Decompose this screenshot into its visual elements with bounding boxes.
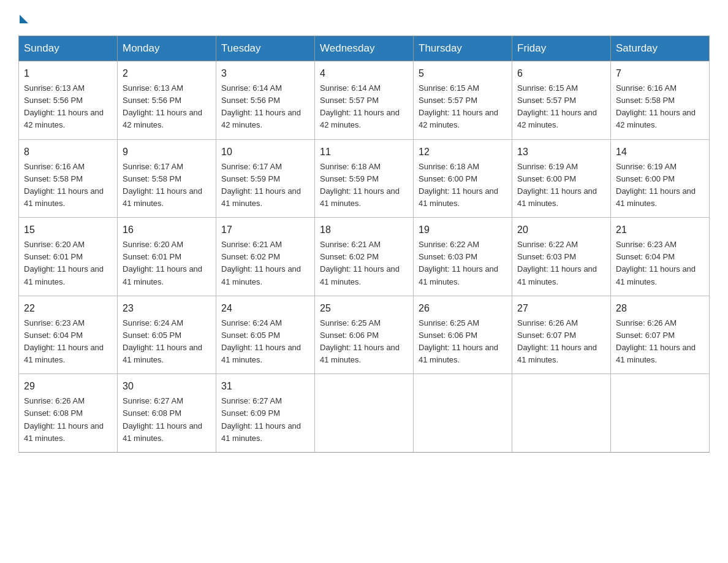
calendar-day-cell: 7 Sunrise: 6:16 AMSunset: 5:58 PMDayligh… (611, 61, 710, 140)
day-info: Sunrise: 6:25 AMSunset: 6:06 PMDaylight:… (320, 317, 408, 367)
day-info: Sunrise: 6:14 AMSunset: 5:56 PMDaylight:… (221, 82, 309, 132)
calendar-header-wednesday: Wednesday (315, 36, 414, 61)
calendar-header-saturday: Saturday (611, 36, 710, 61)
day-info: Sunrise: 6:21 AMSunset: 6:02 PMDaylight:… (221, 239, 309, 288)
calendar-day-cell: 11 Sunrise: 6:18 AMSunset: 5:59 PMDaylig… (315, 139, 414, 218)
day-number: 16 (123, 223, 211, 237)
day-info: Sunrise: 6:15 AMSunset: 5:57 PMDaylight:… (517, 82, 605, 132)
day-info: Sunrise: 6:17 AMSunset: 5:59 PMDaylight:… (221, 161, 309, 210)
calendar-header-tuesday: Tuesday (216, 36, 315, 61)
day-number: 10 (221, 145, 309, 159)
calendar-week-row: 1 Sunrise: 6:13 AMSunset: 5:56 PMDayligh… (19, 61, 710, 140)
day-info: Sunrise: 6:18 AMSunset: 6:00 PMDaylight:… (419, 161, 507, 210)
day-number: 11 (320, 145, 408, 159)
day-number: 6 (517, 66, 605, 81)
logo (18, 12, 28, 23)
calendar-week-row: 8 Sunrise: 6:16 AMSunset: 5:58 PMDayligh… (19, 139, 710, 218)
day-info: Sunrise: 6:17 AMSunset: 5:58 PMDaylight:… (123, 161, 211, 210)
day-number: 17 (221, 223, 309, 237)
day-info: Sunrise: 6:13 AMSunset: 5:56 PMDaylight:… (24, 82, 112, 132)
day-number: 14 (616, 145, 704, 159)
day-number: 18 (320, 223, 408, 237)
calendar-day-cell: 27 Sunrise: 6:26 AMSunset: 6:07 PMDaylig… (512, 296, 611, 374)
day-info: Sunrise: 6:19 AMSunset: 6:00 PMDaylight:… (616, 161, 704, 210)
day-number: 26 (419, 301, 507, 316)
calendar-header-thursday: Thursday (414, 36, 512, 61)
day-info: Sunrise: 6:25 AMSunset: 6:06 PMDaylight:… (419, 317, 507, 367)
day-info: Sunrise: 6:22 AMSunset: 6:03 PMDaylight:… (517, 239, 605, 288)
calendar-day-cell (611, 374, 710, 453)
day-info: Sunrise: 6:26 AMSunset: 6:07 PMDaylight:… (517, 317, 605, 367)
calendar-week-row: 15 Sunrise: 6:20 AMSunset: 6:01 PMDaylig… (19, 218, 710, 296)
day-number: 31 (221, 379, 309, 394)
calendar-header-friday: Friday (512, 36, 611, 61)
day-info: Sunrise: 6:27 AMSunset: 6:09 PMDaylight:… (221, 395, 309, 445)
calendar-day-cell (414, 374, 512, 453)
calendar-day-cell (315, 374, 414, 453)
day-info: Sunrise: 6:15 AMSunset: 5:57 PMDaylight:… (419, 82, 507, 132)
day-info: Sunrise: 6:26 AMSunset: 6:08 PMDaylight:… (24, 395, 112, 445)
calendar-day-cell: 8 Sunrise: 6:16 AMSunset: 5:58 PMDayligh… (19, 139, 118, 218)
calendar-day-cell: 24 Sunrise: 6:24 AMSunset: 6:05 PMDaylig… (216, 296, 315, 374)
calendar-day-cell: 12 Sunrise: 6:18 AMSunset: 6:00 PMDaylig… (414, 139, 512, 218)
day-number: 4 (320, 66, 408, 81)
calendar-header-monday: Monday (118, 36, 216, 61)
calendar-day-cell: 3 Sunrise: 6:14 AMSunset: 5:56 PMDayligh… (216, 61, 315, 140)
day-number: 29 (24, 379, 112, 394)
day-info: Sunrise: 6:21 AMSunset: 6:02 PMDaylight:… (320, 239, 408, 288)
calendar-day-cell: 30 Sunrise: 6:27 AMSunset: 6:08 PMDaylig… (118, 374, 216, 453)
day-number: 20 (517, 223, 605, 237)
day-number: 2 (123, 66, 211, 81)
calendar-day-cell: 26 Sunrise: 6:25 AMSunset: 6:06 PMDaylig… (414, 296, 512, 374)
day-number: 8 (24, 145, 112, 159)
day-number: 25 (320, 301, 408, 316)
day-number: 12 (419, 145, 507, 159)
calendar-day-cell: 9 Sunrise: 6:17 AMSunset: 5:58 PMDayligh… (118, 139, 216, 218)
day-number: 5 (419, 66, 507, 81)
calendar-day-cell: 16 Sunrise: 6:20 AMSunset: 6:01 PMDaylig… (118, 218, 216, 296)
day-number: 30 (123, 379, 211, 394)
day-info: Sunrise: 6:20 AMSunset: 6:01 PMDaylight:… (24, 239, 112, 288)
calendar-day-cell: 10 Sunrise: 6:17 AMSunset: 5:59 PMDaylig… (216, 139, 315, 218)
day-number: 22 (24, 301, 112, 316)
calendar-header-sunday: Sunday (19, 36, 118, 61)
calendar-week-row: 29 Sunrise: 6:26 AMSunset: 6:08 PMDaylig… (19, 374, 710, 453)
page-header (18, 12, 710, 23)
calendar-day-cell: 21 Sunrise: 6:23 AMSunset: 6:04 PMDaylig… (611, 218, 710, 296)
calendar-day-cell: 31 Sunrise: 6:27 AMSunset: 6:09 PMDaylig… (216, 374, 315, 453)
day-info: Sunrise: 6:19 AMSunset: 6:00 PMDaylight:… (517, 161, 605, 210)
day-number: 21 (616, 223, 704, 237)
calendar-day-cell: 22 Sunrise: 6:23 AMSunset: 6:04 PMDaylig… (19, 296, 118, 374)
calendar-day-cell: 1 Sunrise: 6:13 AMSunset: 5:56 PMDayligh… (19, 61, 118, 140)
calendar-day-cell: 25 Sunrise: 6:25 AMSunset: 6:06 PMDaylig… (315, 296, 414, 374)
calendar-header-row: SundayMondayTuesdayWednesdayThursdayFrid… (19, 36, 710, 61)
calendar-day-cell: 4 Sunrise: 6:14 AMSunset: 5:57 PMDayligh… (315, 61, 414, 140)
day-info: Sunrise: 6:26 AMSunset: 6:07 PMDaylight:… (616, 317, 704, 367)
day-number: 23 (123, 301, 211, 316)
day-number: 3 (221, 66, 309, 81)
calendar-day-cell: 6 Sunrise: 6:15 AMSunset: 5:57 PMDayligh… (512, 61, 611, 140)
day-info: Sunrise: 6:22 AMSunset: 6:03 PMDaylight:… (419, 239, 507, 288)
day-number: 7 (616, 66, 704, 81)
day-info: Sunrise: 6:24 AMSunset: 6:05 PMDaylight:… (221, 317, 309, 367)
logo-arrow-icon (20, 15, 28, 23)
day-info: Sunrise: 6:14 AMSunset: 5:57 PMDaylight:… (320, 82, 408, 132)
calendar-table: SundayMondayTuesdayWednesdayThursdayFrid… (18, 36, 710, 453)
calendar-week-row: 22 Sunrise: 6:23 AMSunset: 6:04 PMDaylig… (19, 296, 710, 374)
day-info: Sunrise: 6:23 AMSunset: 6:04 PMDaylight:… (616, 239, 704, 288)
calendar-day-cell: 18 Sunrise: 6:21 AMSunset: 6:02 PMDaylig… (315, 218, 414, 296)
day-info: Sunrise: 6:16 AMSunset: 5:58 PMDaylight:… (24, 161, 112, 210)
day-info: Sunrise: 6:23 AMSunset: 6:04 PMDaylight:… (24, 317, 112, 367)
day-info: Sunrise: 6:24 AMSunset: 6:05 PMDaylight:… (123, 317, 211, 367)
day-number: 13 (517, 145, 605, 159)
calendar-day-cell: 2 Sunrise: 6:13 AMSunset: 5:56 PMDayligh… (118, 61, 216, 140)
calendar-day-cell: 28 Sunrise: 6:26 AMSunset: 6:07 PMDaylig… (611, 296, 710, 374)
calendar-day-cell: 13 Sunrise: 6:19 AMSunset: 6:00 PMDaylig… (512, 139, 611, 218)
calendar-day-cell (512, 374, 611, 453)
day-number: 19 (419, 223, 507, 237)
day-number: 28 (616, 301, 704, 316)
day-info: Sunrise: 6:27 AMSunset: 6:08 PMDaylight:… (123, 395, 211, 445)
calendar-day-cell: 19 Sunrise: 6:22 AMSunset: 6:03 PMDaylig… (414, 218, 512, 296)
day-number: 9 (123, 145, 211, 159)
day-info: Sunrise: 6:18 AMSunset: 5:59 PMDaylight:… (320, 161, 408, 210)
